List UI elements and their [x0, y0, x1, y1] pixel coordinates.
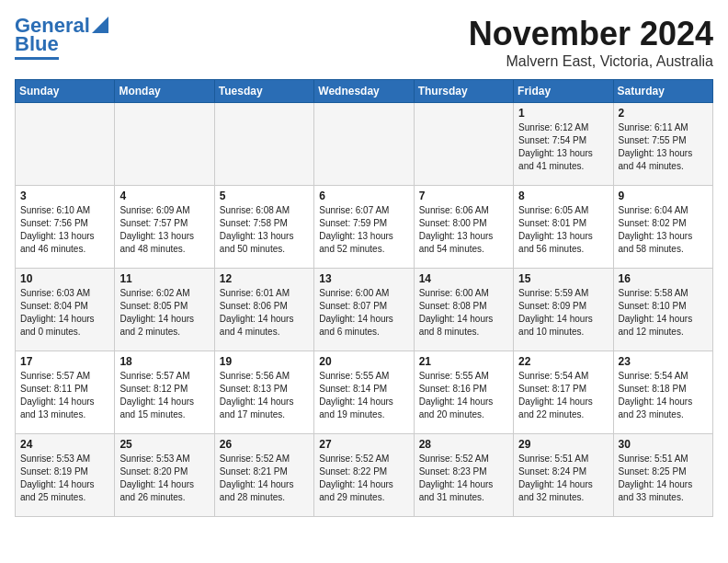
day-info: Sunrise: 6:09 AM Sunset: 7:57 PM Dayligh… — [119, 204, 209, 256]
calendar-day-cell: 6Sunrise: 6:07 AM Sunset: 7:59 PM Daylig… — [314, 186, 414, 269]
calendar-day-cell: 10Sunrise: 6:03 AM Sunset: 8:04 PM Dayli… — [16, 269, 115, 351]
day-number: 19 — [220, 355, 309, 368]
calendar-week-row: 17Sunrise: 5:57 AM Sunset: 8:11 PM Dayli… — [16, 351, 713, 434]
page-header: General Blue November 2024 Malvern East,… — [15, 15, 713, 70]
day-number: 7 — [419, 190, 508, 202]
location-subtitle: Malvern East, Victoria, Australia — [469, 53, 713, 70]
calendar-week-row: 3Sunrise: 6:10 AM Sunset: 7:56 PM Daylig… — [16, 186, 713, 269]
calendar-day-cell — [214, 103, 313, 186]
day-number: 6 — [319, 190, 408, 202]
day-number: 10 — [20, 272, 109, 285]
calendar-day-cell: 16Sunrise: 5:58 AM Sunset: 8:10 PM Dayli… — [613, 269, 712, 351]
day-info: Sunrise: 5:59 AM Sunset: 8:09 PM Dayligh… — [518, 287, 608, 339]
title-block: November 2024 Malvern East, Victoria, Au… — [469, 15, 713, 70]
calendar-day-cell — [115, 103, 214, 186]
calendar-day-cell: 24Sunrise: 5:53 AM Sunset: 8:19 PM Dayli… — [16, 434, 115, 517]
day-info: Sunrise: 6:02 AM Sunset: 8:05 PM Dayligh… — [119, 287, 209, 339]
day-number: 24 — [20, 438, 109, 451]
day-info: Sunrise: 6:01 AM Sunset: 8:06 PM Dayligh… — [220, 287, 309, 339]
calendar-day-cell: 23Sunrise: 5:54 AM Sunset: 8:18 PM Dayli… — [613, 351, 712, 434]
day-of-week-header: Sunday — [16, 80, 115, 103]
day-number: 29 — [518, 438, 608, 451]
calendar-day-cell: 22Sunrise: 5:54 AM Sunset: 8:17 PM Dayli… — [514, 351, 613, 434]
calendar-day-cell: 18Sunrise: 5:57 AM Sunset: 8:12 PM Dayli… — [115, 351, 214, 434]
logo-underline — [15, 57, 59, 60]
day-info: Sunrise: 5:57 AM Sunset: 8:11 PM Dayligh… — [20, 370, 109, 421]
day-info: Sunrise: 6:12 AM Sunset: 7:54 PM Dayligh… — [518, 121, 608, 173]
calendar-day-cell: 5Sunrise: 6:08 AM Sunset: 7:58 PM Daylig… — [214, 186, 313, 269]
day-info: Sunrise: 5:51 AM Sunset: 8:24 PM Dayligh… — [518, 453, 608, 504]
calendar-day-cell: 25Sunrise: 5:53 AM Sunset: 8:20 PM Dayli… — [115, 434, 214, 517]
day-number: 26 — [220, 438, 309, 451]
calendar-day-cell: 13Sunrise: 6:00 AM Sunset: 8:07 PM Dayli… — [314, 269, 414, 351]
logo-triangle-icon — [92, 17, 108, 33]
day-info: Sunrise: 5:54 AM Sunset: 8:18 PM Dayligh… — [619, 370, 708, 421]
day-info: Sunrise: 6:08 AM Sunset: 7:58 PM Dayligh… — [220, 204, 309, 256]
calendar-day-cell: 26Sunrise: 5:52 AM Sunset: 8:21 PM Dayli… — [214, 434, 313, 517]
calendar-day-cell: 7Sunrise: 6:06 AM Sunset: 8:00 PM Daylig… — [414, 186, 513, 269]
calendar-day-cell: 19Sunrise: 5:56 AM Sunset: 8:13 PM Dayli… — [214, 351, 313, 434]
day-info: Sunrise: 5:51 AM Sunset: 8:25 PM Dayligh… — [619, 453, 708, 504]
day-info: Sunrise: 6:11 AM Sunset: 7:55 PM Dayligh… — [619, 121, 708, 173]
calendar-day-cell: 8Sunrise: 6:05 AM Sunset: 8:01 PM Daylig… — [514, 186, 613, 269]
calendar-day-cell: 3Sunrise: 6:10 AM Sunset: 7:56 PM Daylig… — [16, 186, 115, 269]
day-number: 22 — [518, 355, 608, 368]
day-info: Sunrise: 6:05 AM Sunset: 8:01 PM Dayligh… — [518, 204, 608, 256]
calendar-week-row: 24Sunrise: 5:53 AM Sunset: 8:19 PM Dayli… — [16, 434, 713, 517]
day-number: 2 — [619, 107, 708, 120]
days-of-week-row: SundayMondayTuesdayWednesdayThursdayFrid… — [16, 80, 713, 103]
day-info: Sunrise: 5:52 AM Sunset: 8:21 PM Dayligh… — [220, 453, 309, 504]
calendar-day-cell: 2Sunrise: 6:11 AM Sunset: 7:55 PM Daylig… — [613, 103, 712, 186]
day-of-week-header: Tuesday — [214, 80, 313, 103]
calendar-day-cell — [16, 103, 115, 186]
calendar-day-cell: 21Sunrise: 5:55 AM Sunset: 8:16 PM Dayli… — [414, 351, 513, 434]
day-info: Sunrise: 6:00 AM Sunset: 8:07 PM Dayligh… — [319, 287, 408, 339]
day-info: Sunrise: 5:52 AM Sunset: 8:22 PM Dayligh… — [319, 453, 408, 504]
day-number: 11 — [119, 272, 209, 285]
day-of-week-header: Wednesday — [314, 80, 414, 103]
day-number: 30 — [619, 438, 708, 451]
day-number: 25 — [119, 438, 209, 451]
day-number: 13 — [319, 272, 408, 285]
logo: General Blue — [15, 15, 108, 60]
day-info: Sunrise: 6:04 AM Sunset: 8:02 PM Dayligh… — [619, 204, 708, 256]
calendar-day-cell: 4Sunrise: 6:09 AM Sunset: 7:57 PM Daylig… — [115, 186, 214, 269]
day-number: 9 — [619, 190, 708, 202]
calendar-day-cell: 27Sunrise: 5:52 AM Sunset: 8:22 PM Dayli… — [314, 434, 414, 517]
day-info: Sunrise: 5:55 AM Sunset: 8:16 PM Dayligh… — [419, 370, 508, 421]
day-info: Sunrise: 5:54 AM Sunset: 8:17 PM Dayligh… — [518, 370, 608, 421]
day-number: 18 — [119, 355, 209, 368]
day-info: Sunrise: 5:56 AM Sunset: 8:13 PM Dayligh… — [220, 370, 309, 421]
day-number: 28 — [419, 438, 508, 451]
day-number: 17 — [20, 355, 109, 368]
calendar-day-cell: 12Sunrise: 6:01 AM Sunset: 8:06 PM Dayli… — [214, 269, 313, 351]
day-of-week-header: Thursday — [414, 80, 513, 103]
calendar-day-cell: 1Sunrise: 6:12 AM Sunset: 7:54 PM Daylig… — [514, 103, 613, 186]
day-of-week-header: Monday — [115, 80, 214, 103]
calendar-week-row: 10Sunrise: 6:03 AM Sunset: 8:04 PM Dayli… — [16, 269, 713, 351]
calendar-day-cell: 14Sunrise: 6:00 AM Sunset: 8:08 PM Dayli… — [414, 269, 513, 351]
day-number: 15 — [518, 272, 608, 285]
day-number: 3 — [20, 190, 109, 202]
calendar-day-cell: 11Sunrise: 6:02 AM Sunset: 8:05 PM Dayli… — [115, 269, 214, 351]
day-number: 4 — [119, 190, 209, 202]
day-number: 27 — [319, 438, 408, 451]
month-title: November 2024 — [469, 15, 713, 53]
calendar-header: SundayMondayTuesdayWednesdayThursdayFrid… — [16, 80, 713, 103]
calendar-day-cell — [414, 103, 513, 186]
calendar-day-cell — [314, 103, 414, 186]
day-info: Sunrise: 5:53 AM Sunset: 8:20 PM Dayligh… — [119, 453, 209, 504]
calendar-week-row: 1Sunrise: 6:12 AM Sunset: 7:54 PM Daylig… — [16, 103, 713, 186]
day-info: Sunrise: 5:52 AM Sunset: 8:23 PM Dayligh… — [419, 453, 508, 504]
day-number: 5 — [220, 190, 309, 202]
calendar-day-cell: 20Sunrise: 5:55 AM Sunset: 8:14 PM Dayli… — [314, 351, 414, 434]
logo-text-blue: Blue — [15, 33, 59, 55]
calendar-day-cell: 28Sunrise: 5:52 AM Sunset: 8:23 PM Dayli… — [414, 434, 513, 517]
day-info: Sunrise: 6:06 AM Sunset: 8:00 PM Dayligh… — [419, 204, 508, 256]
day-number: 23 — [619, 355, 708, 368]
day-info: Sunrise: 5:58 AM Sunset: 8:10 PM Dayligh… — [619, 287, 708, 339]
day-info: Sunrise: 5:55 AM Sunset: 8:14 PM Dayligh… — [319, 370, 408, 421]
day-number: 12 — [220, 272, 309, 285]
day-number: 1 — [518, 107, 608, 120]
day-number: 21 — [419, 355, 508, 368]
